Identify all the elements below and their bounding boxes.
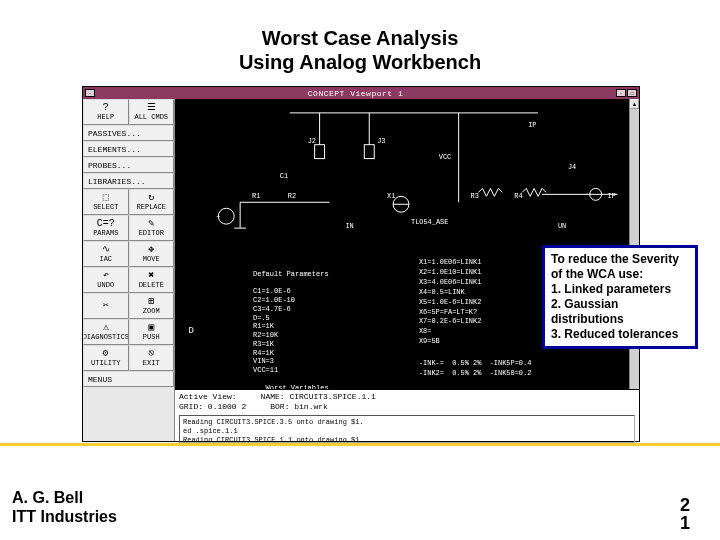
editor-button[interactable]: ✎EDITOR [129, 215, 175, 241]
svg-text:X5=1.0E-6=LINK2: X5=1.0E-6=LINK2 [419, 298, 481, 306]
svg-text:J2: J2 [308, 137, 316, 145]
scroll-up-icon[interactable]: ▲ [630, 99, 639, 109]
title-line-2: Using Analog Workbench [239, 51, 481, 73]
svg-text:R3: R3 [471, 192, 479, 200]
svg-text:X9=5B: X9=5B [419, 337, 440, 345]
svg-text:VCC: VCC [439, 153, 452, 161]
maximize-button[interactable]: □ [627, 89, 637, 97]
svg-text:X8=: X8= [419, 327, 432, 335]
tool-sidebar: ?HELP ☰ALL CMDS PASSIVES... ELEMENTS... … [83, 99, 175, 441]
log-line: ed .spice.1.1 [183, 427, 631, 436]
window-title: CONCEPT Viewport 1 [95, 89, 616, 98]
push-button[interactable]: ▣PUSH [129, 319, 175, 345]
svg-text:R2: R2 [288, 192, 296, 200]
iac-button[interactable]: ∿IAC [83, 241, 129, 267]
svg-rect-6 [315, 145, 325, 159]
author-block: A. G. Bell ITT Industries [12, 489, 117, 526]
svg-text:X2=1.0E10=LINK1: X2=1.0E10=LINK1 [419, 268, 481, 276]
callout-item: 1. Linked parameters [551, 282, 671, 296]
page-number: 21 [680, 496, 690, 532]
bor-label: BOR: [270, 402, 289, 411]
svg-text:X1=1.0E06=LINK1: X1=1.0E06=LINK1 [419, 258, 481, 266]
svg-text:X3=4.0E06=LINK1: X3=4.0E06=LINK1 [419, 278, 481, 286]
name-label: NAME: [261, 392, 285, 401]
undo-button[interactable]: ↶UNDO [83, 267, 129, 293]
svg-text:X6=5P=FA=LT=K?: X6=5P=FA=LT=K? [419, 308, 477, 316]
active-view-label: Active View: [179, 392, 237, 401]
bor-value: bin.wrk [294, 402, 328, 411]
callout-item: 3. Reduced tolerances [551, 327, 678, 341]
callout-item: 2. Gaussian distributions [551, 297, 624, 326]
svg-text:X4=0.5=LINK: X4=0.5=LINK [419, 288, 466, 296]
svg-rect-7 [364, 145, 374, 159]
svg-text:R1: R1 [252, 192, 260, 200]
status-panel: Active View: NAME: CIRCUIT3.SPICE.1.1 GR… [175, 389, 639, 441]
svg-text:IP: IP [528, 121, 536, 129]
svg-text:-INK-=  0.5% 2%  -INK5P=0.4: -INK-= 0.5% 2% -INK5P=0.4 [419, 359, 531, 367]
allcmds-button[interactable]: ☰ALL CMDS [129, 99, 175, 125]
svg-text:IP: IP [608, 192, 616, 200]
delete-button[interactable]: ✖DELETE [129, 267, 175, 293]
log-line: Reading CIRCUIT3.SPICE.3.5 onto drawing … [183, 418, 631, 427]
elements-button[interactable]: ELEMENTS... [83, 141, 174, 157]
svg-text:X1: X1 [387, 192, 395, 200]
sysmenu-button[interactable]: - [85, 89, 95, 97]
name-value: CIRCUIT3.SPICE.1.1 [289, 392, 375, 401]
slide: Worst Case Analysis Using Analog Workben… [0, 0, 720, 540]
svg-text:-INK2=  0.5% 2%  -INK50=0.2: -INK2= 0.5% 2% -INK50=0.2 [419, 369, 531, 377]
log-line: Reading CIRCUIT3.SPICE.1.1 onto drawing … [183, 436, 631, 443]
menus-button[interactable]: MENUS [83, 371, 174, 387]
utility-button[interactable]: ⚙UTILITY [83, 345, 129, 371]
minimize-button[interactable]: - [616, 89, 626, 97]
callout-heading: To reduce the Severity of the WCA use: [551, 252, 679, 281]
help-button[interactable]: ?HELP [83, 99, 129, 125]
probes-button[interactable]: PROBES... [83, 157, 174, 173]
svg-text:UN: UN [558, 222, 566, 230]
cut-button[interactable]: ✂ [83, 293, 129, 319]
grid-value: 0.1000 2 [208, 402, 246, 411]
author-org: ITT Industries [12, 508, 117, 525]
svg-text:C1: C1 [280, 172, 288, 180]
move-button[interactable]: ✥MOVE [129, 241, 175, 267]
passives-button[interactable]: PASSIVES... [83, 125, 174, 141]
console-output: Reading CIRCUIT3.SPICE.3.5 onto drawing … [179, 415, 635, 443]
libraries-button[interactable]: LIBRARIES... [83, 173, 174, 189]
diagnostics-button[interactable]: ⚠DIAGNOSTICS [83, 319, 129, 345]
slide-title: Worst Case Analysis Using Analog Workben… [0, 26, 720, 74]
svg-text:R4: R4 [514, 192, 522, 200]
zoom-button[interactable]: ⊞ZOOM [129, 293, 175, 319]
parameters-block: Default Parameters C1=1.0E-6 C2=1.0E-10 … [253, 261, 329, 389]
params-button[interactable]: C=?PARAMS [83, 215, 129, 241]
author-name: A. G. Bell [12, 489, 83, 506]
callout-note: To reduce the Severity of the WCA use: 1… [542, 245, 698, 349]
svg-text:~: ~ [216, 213, 220, 221]
window-titlebar[interactable]: - CONCEPT Viewport 1 - □ [83, 87, 639, 99]
title-line-1: Worst Case Analysis [262, 27, 459, 49]
svg-text:X7=0.2E-6=LINK2: X7=0.2E-6=LINK2 [419, 317, 481, 325]
replace-button[interactable]: ↻REPLACE [129, 189, 175, 215]
svg-text:TLO54_ASE: TLO54_ASE [411, 218, 448, 226]
svg-text:J3: J3 [377, 137, 385, 145]
svg-text:IN: IN [345, 222, 353, 230]
grid-label: GRID: [179, 402, 203, 411]
exit-button[interactable]: ⎋EXIT [129, 345, 175, 371]
svg-text:J4: J4 [568, 163, 576, 171]
svg-text:D: D [189, 326, 194, 336]
svg-point-24 [218, 208, 234, 224]
select-button[interactable]: ⬚SELECT [83, 189, 129, 215]
